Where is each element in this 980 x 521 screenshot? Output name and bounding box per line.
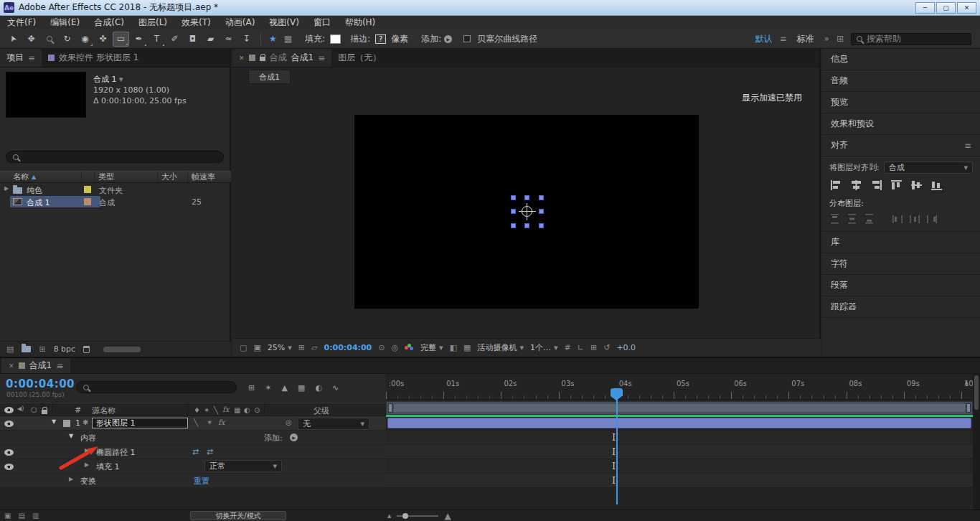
- exposure-value[interactable]: +0.0: [616, 343, 636, 352]
- collapse-switch-icon[interactable]: ✶: [204, 406, 209, 414]
- fx-switch[interactable]: fx: [218, 418, 225, 426]
- contents-expand-toggle[interactable]: ▼: [69, 433, 73, 439]
- source-name-column-header[interactable]: 源名称: [92, 405, 116, 416]
- tab-timeline-comp1[interactable]: ✕ 合成1 ≡: [1, 358, 70, 373]
- path-direction-icon[interactable]: ⇄: [207, 447, 213, 456]
- selection-tool[interactable]: ➤: [5, 32, 22, 47]
- expand-layer-switches-icon[interactable]: ▣: [4, 512, 11, 520]
- workspace-switcher-icon[interactable]: ⊞: [837, 34, 844, 44]
- menu-composition[interactable]: 合成(C): [87, 17, 131, 29]
- show-channels-icon[interactable]: [405, 344, 414, 352]
- column-type[interactable]: 类型: [94, 172, 157, 182]
- panel-tab-info[interactable]: 信息: [822, 49, 980, 70]
- distribute-vertical-center-button[interactable]: [847, 214, 857, 224]
- viewer-tab-comp1[interactable]: 合成1: [248, 70, 291, 84]
- shape-handle[interactable]: [524, 223, 529, 228]
- layer-expand-toggle[interactable]: ▼: [52, 418, 56, 425]
- shape-handle[interactable]: [539, 195, 544, 200]
- panel-tab-align[interactable]: 对齐 ≡: [822, 135, 980, 156]
- camera-select[interactable]: 活动摄像机▾: [477, 342, 524, 353]
- property-row-transform[interactable]: ▶ 变换 重置: [0, 474, 386, 488]
- menu-animation[interactable]: 动画(A): [218, 17, 263, 29]
- project-row-solids[interactable]: ▶ 纯色 文件夹: [0, 184, 231, 196]
- fill-color-swatch[interactable]: [330, 34, 341, 44]
- shy-switch-icon[interactable]: ♦: [194, 406, 200, 414]
- timeline-track[interactable]: [386, 474, 973, 488]
- fx-switch-icon[interactable]: fx: [222, 405, 229, 413]
- bezier-checkbox[interactable]: [463, 35, 471, 42]
- timeline-track-area[interactable]: :00s 01s 02s 03s 04s 05s 06s 07s 08s 09s…: [386, 374, 973, 511]
- tab-composition[interactable]: ✕ 合成 合成1 ≡: [232, 49, 331, 67]
- panel-menu-icon[interactable]: ≡: [318, 53, 325, 63]
- threed-switch-icon[interactable]: ⊙: [254, 406, 260, 414]
- color-depth-button[interactable]: 8 bpc: [54, 344, 76, 354]
- clone-stamp-tool[interactable]: ◘: [184, 32, 201, 47]
- zoom-tool[interactable]: [41, 32, 57, 47]
- close-tab-icon[interactable]: ✕: [239, 55, 245, 62]
- expand-inout-icon[interactable]: ▥: [32, 512, 39, 520]
- playhead[interactable]: [611, 388, 623, 396]
- shape-handle[interactable]: [511, 209, 516, 214]
- hand-tool[interactable]: ✥: [23, 32, 39, 47]
- pen-tool[interactable]: ✒: [131, 32, 147, 47]
- motion-blur-switch-icon[interactable]: ▦: [234, 406, 240, 414]
- transform-expand-toggle[interactable]: ▶: [69, 476, 73, 482]
- distribute-left-button[interactable]: [892, 214, 903, 224]
- work-area-start-handle[interactable]: [388, 403, 392, 413]
- always-preview-icon[interactable]: ▢: [240, 343, 247, 352]
- parent-pickwhip-icon[interactable]: ◎: [286, 418, 292, 426]
- timeline-search-input[interactable]: [76, 381, 237, 393]
- shape-handle[interactable]: [539, 209, 544, 214]
- layer-name-field[interactable]: 形状图层 1: [92, 418, 188, 428]
- blend-mode-select[interactable]: 正常▾: [204, 460, 282, 472]
- panel-tab-audio[interactable]: 音频: [822, 70, 980, 92]
- workspace-standard[interactable]: 标准: [797, 33, 814, 45]
- zoom-out-icon[interactable]: ▲: [387, 513, 391, 519]
- shape-handle[interactable]: [539, 223, 544, 228]
- time-ruler[interactable]: :00s 01s 02s 03s 04s 05s 06s 07s 08s 09s…: [386, 378, 973, 400]
- layer-duration-bar[interactable]: [387, 418, 971, 428]
- parent-select[interactable]: 无▾: [298, 418, 369, 430]
- tab-effect-controls[interactable]: 效果控件 形状图层 1: [42, 49, 145, 67]
- shape-handle[interactable]: [511, 223, 516, 228]
- rotation-tool[interactable]: ↻: [59, 32, 75, 47]
- zoom-slider[interactable]: [397, 515, 438, 517]
- audio-column-icon[interactable]: ◀): [17, 405, 24, 412]
- add-shape-icon[interactable]: ▶: [444, 35, 452, 43]
- align-bottom-button[interactable]: [931, 180, 942, 190]
- panel-tab-library[interactable]: 库: [822, 232, 980, 253]
- playhead-line[interactable]: [616, 390, 618, 504]
- shape-handle[interactable]: [511, 195, 516, 200]
- fill-visibility-toggle[interactable]: [4, 464, 14, 470]
- puppet-pin-tool[interactable]: ↧: [238, 32, 255, 47]
- transparency-grid-icon[interactable]: ▦: [463, 343, 471, 352]
- panel-tab-effects-presets[interactable]: 效果和预设: [822, 113, 980, 135]
- ellipse-visibility-toggle[interactable]: [4, 449, 14, 456]
- timeline-track[interactable]: [386, 459, 973, 474]
- vertical-scrollbar[interactable]: [973, 374, 980, 511]
- align-right-button[interactable]: [871, 180, 882, 190]
- layer-label-color[interactable]: [63, 420, 70, 427]
- pan-behind-tool[interactable]: ✜: [95, 32, 111, 47]
- project-flowchart-icon[interactable]: ▤: [6, 344, 14, 354]
- exposure-reset-icon[interactable]: ↺: [603, 343, 610, 352]
- brush-tool[interactable]: ✐: [166, 32, 183, 47]
- shape-handle[interactable]: [524, 195, 529, 200]
- workspace-overflow-icon[interactable]: »: [824, 34, 829, 44]
- align-top-button[interactable]: [891, 180, 902, 190]
- selected-shape[interactable]: [511, 195, 544, 228]
- project-item-title[interactable]: 合成 1 ▾: [93, 74, 187, 85]
- preview-time[interactable]: 0:00:04:00: [324, 343, 372, 352]
- type-tool[interactable]: T: [149, 32, 165, 47]
- camera-tool[interactable]: ◉: [77, 32, 93, 47]
- maximize-button[interactable]: ▢: [936, 2, 956, 14]
- panel-tab-tracker[interactable]: 跟踪器: [822, 296, 980, 318]
- expand-icon[interactable]: ▶: [4, 185, 9, 192]
- primary-viewer-icon[interactable]: ▣: [253, 343, 260, 352]
- menu-edit[interactable]: 编辑(E): [43, 17, 87, 29]
- close-tab-icon[interactable]: ✕: [9, 362, 14, 370]
- column-framerate[interactable]: 帧速率: [187, 172, 231, 182]
- pixel-aspect-icon[interactable]: ⊞: [590, 343, 597, 352]
- menu-window[interactable]: 窗口: [306, 17, 338, 29]
- menu-effect[interactable]: 效果(T): [174, 17, 218, 29]
